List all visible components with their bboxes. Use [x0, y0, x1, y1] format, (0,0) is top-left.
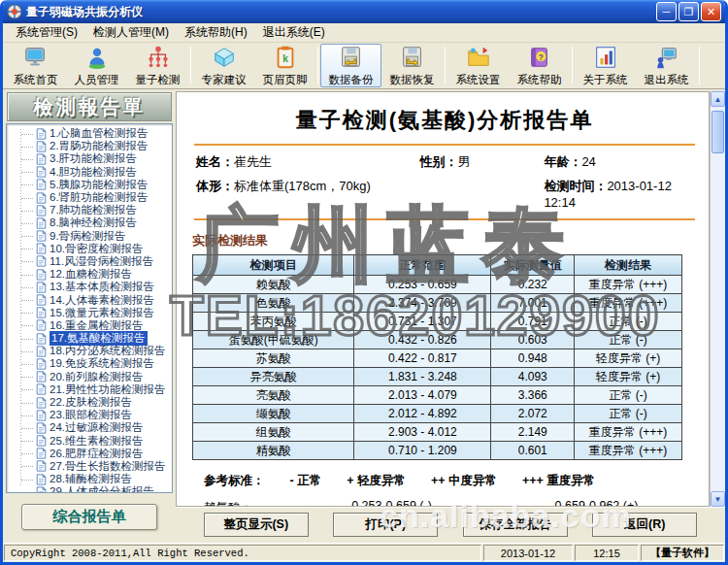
report-list-item-1[interactable]: 1.心脑血管检测报告 [13, 127, 170, 140]
report-list-item-6[interactable]: 6.肾脏功能检测报告 [13, 191, 170, 204]
report-list-item-3[interactable]: 3.肝功能检测报告 [13, 152, 170, 165]
table-cell: 异亮氨酸 [193, 368, 354, 386]
report-list-item-11[interactable]: 11.风湿骨病检测报告 [13, 255, 170, 268]
report-list-item-22[interactable]: 22.皮肤检测报告 [13, 396, 170, 409]
table-row: 色氨酸2.374 - 3.7097.001重度异常 (+++) [193, 294, 682, 313]
reference-range-value: 0.659-0.962 (+) [494, 499, 699, 507]
home-monitor-icon [23, 45, 49, 72]
report-page: 量子检测(氨基酸)分析报告单 姓名：崔先生 性别：男 年龄：24 体形：标准体重… [176, 91, 710, 507]
exit-computer-icon [654, 45, 679, 72]
maximize-button[interactable]: ❐ [678, 2, 699, 21]
reference-legend-item: + 轻度异常 [347, 473, 406, 489]
report-list-item-19[interactable]: 19.免疫系统检测报告 [13, 357, 170, 370]
document-icon [36, 282, 47, 293]
report-list-item-16[interactable]: 16.重金属检测报告 [13, 319, 170, 332]
menu-item-0[interactable]: 系统管理(S) [9, 22, 84, 43]
report-list-item-24[interactable]: 24.过敏源检测报告 [13, 421, 170, 434]
copyright-text: CopyRight 2008-2011,All Right Reserved. [4, 545, 481, 561]
report-list-item-2[interactable]: 2.胃肠功能检测报告 [13, 140, 170, 152]
toolbar-button-7[interactable]: 系统设置 [447, 44, 509, 87]
toolbar-button-label: 系统帮助 [517, 73, 562, 87]
patient-body: 体形：标准体重(178cm，70kg) [196, 178, 419, 210]
report-list-item-20[interactable]: 20.前列腺检测报告 [13, 371, 170, 383]
toolbar-button-0[interactable]: 系统首页 [5, 44, 66, 87]
report-list-item-28[interactable]: 28.辅酶检测报告 [13, 473, 170, 485]
scroll-up-arrow-icon[interactable]: ▲ [711, 91, 725, 107]
report-list-item-7[interactable]: 7.肺功能检测报告 [13, 204, 170, 216]
toolbar-button-9[interactable]: 关于系统 [575, 44, 636, 87]
title-bar: 量子弱磁场共振分析仪 ─ ❐ ✕ [3, 0, 725, 23]
report-list-item-18[interactable]: 18.内分泌系统检测报告 [13, 345, 170, 357]
report-list-item-17[interactable]: 17.氨基酸检测报告 [13, 332, 170, 345]
table-row: 蛋氨酸(甲硫氨酸)0.432 - 0.8260.603正常 (-) [193, 331, 682, 349]
table-cell: 2.374 - 3.709 [354, 294, 491, 313]
toolbar-separator [699, 47, 700, 84]
table-cell: 正常 (-) [575, 386, 682, 405]
scroll-down-arrow-icon[interactable]: ▼ [711, 491, 725, 507]
document-icon [36, 179, 47, 190]
document-icon [36, 230, 47, 242]
report-list-item-23[interactable]: 23.眼部检测报告 [13, 409, 170, 421]
toolbar-button-4[interactable]: k页眉页脚 [254, 44, 315, 87]
table-cell: 精氨酸 [193, 442, 354, 460]
back-button[interactable]: 返回(R) [592, 513, 697, 537]
status-bar: CopyRight 2008-2011,All Right Reserved. … [3, 543, 725, 562]
report-list-item-25[interactable]: 25.维生素检测报告 [13, 435, 170, 448]
toolbar-button-10[interactable]: 退出系统 [636, 44, 697, 87]
report-list-item-4[interactable]: 4.胆功能检测报告 [13, 166, 170, 179]
toolbar-button-6[interactable]: 数据恢复 [381, 44, 443, 87]
report-list-item-12[interactable]: 12.血糖检测报告 [13, 268, 170, 281]
table-cell: 4.093 [491, 368, 575, 386]
toolbar-button-label: 页眉页脚 [263, 73, 308, 87]
report-list-item-8[interactable]: 8.脑神经检测报告 [13, 216, 170, 229]
toolbar-button-3[interactable]: 专家建议 [193, 44, 254, 87]
toolbar-button-label: 数据备份 [329, 73, 374, 87]
report-list-item-27[interactable]: 27.骨生长指数检测报告 [13, 460, 170, 473]
test-time: 检测时间：2013-01-12 12:14 [544, 178, 693, 210]
scrollbar-thumb[interactable] [711, 111, 724, 153]
results-section-title: 实际检测结果 [192, 232, 699, 249]
table-cell: 亮氨酸 [193, 386, 354, 405]
summary-report-button[interactable]: 综合报告单 [21, 504, 157, 530]
toolbar-button-8[interactable]: ?系统帮助 [509, 44, 570, 87]
about-chart-icon [593, 45, 618, 72]
vertical-scrollbar[interactable]: ▲ ▼ [710, 91, 725, 507]
report-list-item-label: 29.人体成分分析报告 [50, 484, 154, 493]
patient-name: 姓名：崔先生 [196, 153, 419, 171]
toolbar-button-label: 人员管理 [75, 73, 119, 87]
report-list-item-9[interactable]: 9.骨病检测报告 [13, 230, 170, 243]
table-row: 苏氨酸0.422 - 0.8170.948轻度异常 (+) [193, 349, 682, 368]
table-cell: 重度异常 (+++) [575, 294, 682, 313]
document-icon [36, 358, 47, 370]
app-window: 量子弱磁场共振分析仪 ─ ❐ ✕ 系统管理(S)检测人管理(M)系统帮助(H)退… [0, 0, 728, 565]
document-icon [36, 346, 47, 357]
table-row: 亮氨酸2.013 - 4.0793.366正常 (-) [193, 386, 682, 405]
scrollbar-track[interactable] [711, 107, 725, 491]
menu-item-3[interactable]: 退出系统(E) [256, 22, 332, 43]
report-list-item-13[interactable]: 13.基本体质检测报告 [13, 281, 170, 293]
settings-folder-icon [466, 45, 491, 72]
toolbar-button-5[interactable]: 数据备份 [320, 44, 381, 87]
report-list-item-15[interactable]: 15.微量元素检测报告 [13, 307, 170, 319]
toolbar-button-1[interactable]: 人员管理 [66, 44, 127, 87]
report-list-item-5[interactable]: 5.胰腺功能检测报告 [13, 179, 170, 191]
report-list-item-10[interactable]: 10.骨密度检测报告 [13, 243, 170, 255]
print-button[interactable]: 打印(P) [333, 513, 438, 537]
menu-item-1[interactable]: 检测人管理(M) [86, 22, 176, 43]
report-list-item-29[interactable]: 29.人体成分分析报告 [13, 485, 170, 493]
table-row: 精氨酸0.710 - 1.2090.601重度异常 (+++) [193, 442, 682, 460]
document-icon [36, 397, 47, 409]
menu-item-2[interactable]: 系统帮助(H) [178, 22, 254, 43]
table-cell: 2.072 [491, 405, 575, 423]
minimize-button[interactable]: ─ [656, 2, 677, 21]
full-page-button[interactable]: 整页显示(S) [204, 513, 309, 537]
close-button[interactable]: ✕ [701, 2, 721, 21]
report-list-item-26[interactable]: 26.肥胖症检测报告 [13, 448, 170, 460]
report-list-item-21[interactable]: 21.男性性功能检测报告 [13, 383, 170, 396]
save-all-reports-button[interactable]: 保存全部报告 [463, 513, 568, 537]
table-cell: 7.001 [491, 294, 575, 313]
report-page-wrap: 量子检测(氨基酸)分析报告单 姓名：崔先生 性别：男 年龄：24 体形：标准体重… [176, 91, 725, 507]
svg-text:k: k [282, 52, 288, 63]
toolbar-button-2[interactable]: 量子检测 [127, 44, 188, 87]
report-list-item-14[interactable]: 14.人体毒素检测报告 [13, 293, 170, 306]
